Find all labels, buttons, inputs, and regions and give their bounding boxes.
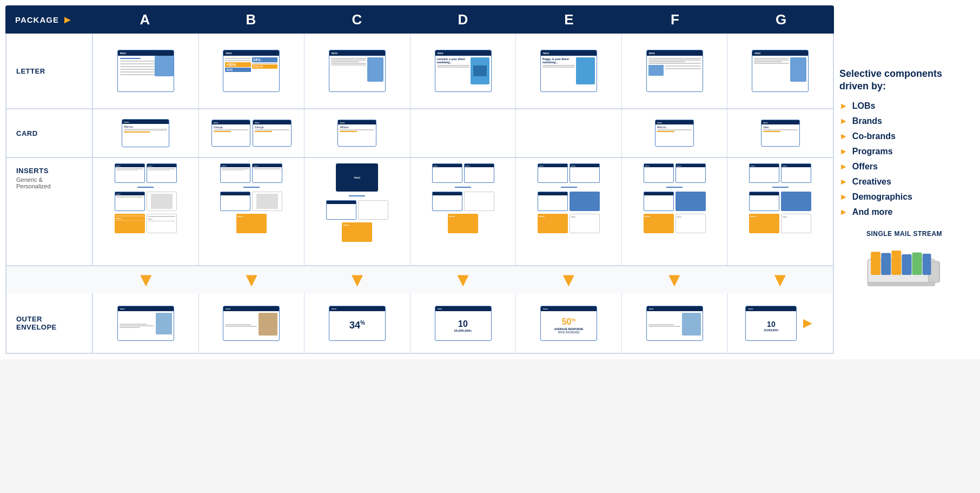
env-e-number: 50% xyxy=(562,317,576,327)
env-a: iwco xyxy=(117,306,174,341)
svg-rect-5 xyxy=(902,254,912,275)
single-mail-label: SINGLE MAIL STREAM xyxy=(839,230,969,238)
card-col-c: iwco William, xyxy=(304,109,410,157)
letter-col-d: iwco Leonard, a your direct marketing... xyxy=(410,34,517,108)
sidebar-label-lobs: LOBs xyxy=(852,101,876,111)
inserts-col-c: iwco iwco+ xyxy=(304,158,410,265)
envelope-label-text-1: OUTER xyxy=(16,315,42,323)
inserts-col-d: iwco iwco i xyxy=(410,158,517,265)
down-arrow-b: ▼ xyxy=(242,270,261,290)
card-label-text: CARD xyxy=(16,129,38,137)
arrow-col-c: ▼ xyxy=(304,266,410,293)
arrow-col-d: ▼ xyxy=(410,266,515,293)
letter-card-a: iwco xyxy=(117,50,174,92)
card-label: CARD xyxy=(6,109,93,157)
letter-card-b: iwco +50% 31% 34% xyxy=(223,50,280,92)
envelope-row: OUTER ENVELOPE iwco xyxy=(6,293,833,353)
letter-col-f: iwco xyxy=(622,34,728,108)
card-col-e xyxy=(516,109,622,157)
card-col-b: iwco George, iwco George, xyxy=(199,109,305,157)
table-section: PACKAGE ► A B C D E F G LETTER xyxy=(0,0,834,359)
inserts-col-b: iwco iwco xyxy=(199,158,305,265)
arrow-col-e: ▼ xyxy=(516,266,621,293)
sidebar-item-creatives: ► Creatives xyxy=(839,177,969,187)
sidebar-label-programs: Programs xyxy=(852,147,893,156)
main-container: PACKAGE ► A B C D E F G LETTER xyxy=(0,0,980,359)
envelope-col-c: iwco 34% xyxy=(304,293,410,353)
card-c: iwco William, xyxy=(337,120,376,147)
envelope-col-b: iwco xyxy=(199,293,305,353)
letter-label-text: LETTER xyxy=(16,67,45,75)
letter-col-e: iwco Peggy, is your direct marketing... xyxy=(516,34,622,108)
package-label: PACKAGE ► xyxy=(5,14,92,26)
letter-col-b: iwco +50% 31% 34% xyxy=(199,34,305,108)
envelope-label: OUTER ENVELOPE xyxy=(6,293,93,353)
svg-rect-8 xyxy=(868,282,935,286)
col-header-a: A xyxy=(92,11,198,28)
card-b2: iwco George, xyxy=(253,120,292,147)
card-f: iwco Marcus, xyxy=(655,120,694,147)
sidebar-title: Selective components driven by: xyxy=(839,68,969,93)
package-text: PACKAGE xyxy=(15,15,59,24)
down-arrow-c: ▼ xyxy=(348,270,367,290)
arrow-col-f: ▼ xyxy=(621,266,727,293)
env-g: iwco 10 10,000,000+ xyxy=(745,306,797,341)
inserts-label-text: INSERTS xyxy=(16,167,49,175)
svg-rect-6 xyxy=(912,253,922,275)
letter-label: LETTER xyxy=(6,34,93,108)
header-row: PACKAGE ► A B C D E F G xyxy=(5,5,834,34)
down-arrow-a: ▼ xyxy=(136,270,156,290)
inserts-col-a: iwco iwco iwco xyxy=(93,158,199,265)
down-arrow-f: ▼ xyxy=(665,270,684,290)
sidebar-item-offers: ► Offers xyxy=(839,162,969,172)
sidebar-arrow-demographics: ► xyxy=(839,192,848,202)
col-header-b: B xyxy=(198,11,304,28)
envelope-col-e: iwco 50% AVERAGE RESPONSE RATE INCREASE xyxy=(516,293,622,353)
arrow-row: ▼ ▼ ▼ ▼ ▼ ▼ ▼ xyxy=(6,266,833,293)
inserts-col-g: iwco iwco i xyxy=(727,158,833,265)
svg-rect-7 xyxy=(923,254,931,275)
header-arrow-icon: ► xyxy=(62,14,74,26)
envelope-col-d: iwco 10 10,000,000+ xyxy=(410,293,517,353)
col-header-g: G xyxy=(728,11,834,28)
sidebar-label-andmore: And more xyxy=(852,207,893,217)
sidebar-item-programs: ► Programs xyxy=(839,147,969,156)
letter-col-g: iwco xyxy=(727,34,833,108)
env-c-number: 34% xyxy=(349,320,365,331)
svg-rect-2 xyxy=(871,252,880,275)
sidebar-label-cobrands: Co-brands xyxy=(852,132,896,141)
sidebar-item-lobs: ► LOBs xyxy=(839,101,969,111)
sidebar-label-creatives: Creatives xyxy=(852,177,891,187)
sidebar: Selective components driven by: ► LOBs ►… xyxy=(834,0,980,359)
env-c: iwco 34% xyxy=(329,306,386,341)
sidebar-item-demographics: ► Demographics xyxy=(839,192,969,202)
card-g: iwco Jake, xyxy=(761,120,800,147)
inserts-row: INSERTS Generic &Personalized iwco iwco xyxy=(6,158,833,266)
env-f: iwco xyxy=(646,306,703,341)
letter-col-c: iwco xyxy=(304,34,410,108)
sidebar-arrow-andmore: ► xyxy=(839,207,848,217)
single-mail-stream-section: SINGLE MAIL STREAM xyxy=(839,230,969,292)
letter-row: LETTER iwco xyxy=(6,34,833,109)
svg-rect-4 xyxy=(891,251,901,275)
letter-card-g: iwco xyxy=(752,50,809,92)
env-d: iwco 10 10,000,000+ xyxy=(435,306,492,341)
inserts-col-e: iwco iwco i xyxy=(516,158,622,265)
card-col-a: iwco Marcus, xyxy=(93,109,199,157)
card-col-f: iwco Marcus, xyxy=(622,109,728,157)
arrow-col-g: ▼ xyxy=(727,266,833,293)
env-d-number: 10 xyxy=(458,319,468,329)
sidebar-arrow-creatives: ► xyxy=(839,177,848,187)
env-e: iwco 50% AVERAGE RESPONSE RATE INCREASE xyxy=(540,306,597,341)
down-arrow-g: ▼ xyxy=(770,270,790,290)
inserts-label: INSERTS Generic &Personalized xyxy=(6,158,93,265)
card-a: iwco Marcus, xyxy=(122,119,169,147)
sidebar-arrow-lobs: ► xyxy=(839,101,848,111)
svg-rect-3 xyxy=(881,253,891,275)
sidebar-arrow-programs: ► xyxy=(839,147,848,156)
arrow-col-b: ▼ xyxy=(198,266,304,293)
col-header-f: F xyxy=(622,11,728,28)
sidebar-item-brands: ► Brands xyxy=(839,116,969,126)
letter-card-a-header: iwco xyxy=(118,50,174,56)
col-header-c: C xyxy=(304,11,410,28)
